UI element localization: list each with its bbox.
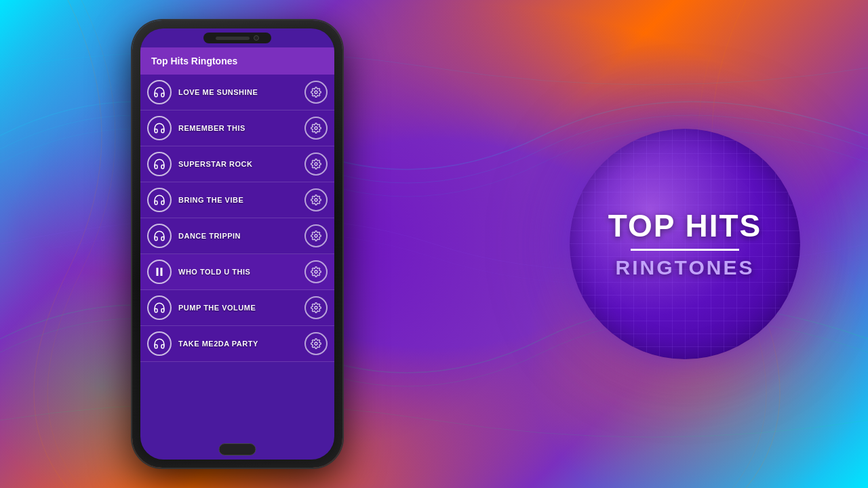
headphone-icon	[147, 224, 172, 248]
list-item[interactable]: PUMP THE VOLUME	[140, 290, 334, 326]
song-title: WHO TOLD U THIS	[178, 268, 304, 276]
svg-point-2	[315, 163, 317, 165]
svg-point-7	[315, 270, 317, 273]
app-header: Top Hits Ringtones	[140, 47, 334, 75]
list-item[interactable]: REMEMBER THIS	[140, 110, 334, 146]
headphone-icon	[147, 80, 172, 104]
svg-point-8	[315, 306, 317, 309]
sphere-title-line2: RINGTONES	[616, 256, 755, 279]
phone: Top Hits Ringtones LOVE ME SUNSHINE	[132, 20, 342, 468]
song-title: PUMP THE VOLUME	[178, 304, 304, 312]
svg-point-1	[315, 127, 317, 129]
sphere-title-line1: TOP HITS	[608, 209, 762, 243]
settings-icon[interactable]	[304, 81, 328, 104]
headphone-icon	[147, 331, 172, 356]
phone-camera	[254, 35, 259, 41]
top-hits-sphere-container: TOP HITS RINGTONES	[570, 129, 800, 359]
phone-body: Top Hits Ringtones LOVE ME SUNSHINE	[132, 20, 342, 468]
list-item[interactable]: LOVE ME SUNSHINE	[140, 75, 334, 110]
svg-point-9	[315, 342, 317, 345]
svg-rect-5	[157, 268, 159, 276]
top-hits-sphere: TOP HITS RINGTONES	[570, 129, 800, 359]
phone-speaker	[216, 37, 250, 40]
svg-point-3	[315, 199, 317, 201]
pause-icon	[147, 260, 172, 284]
list-item[interactable]: SUPERSTAR ROCK	[140, 146, 334, 182]
headphone-icon	[147, 188, 172, 212]
headphone-icon	[147, 116, 172, 140]
settings-icon[interactable]	[304, 296, 328, 319]
settings-icon[interactable]	[304, 117, 328, 140]
settings-icon[interactable]	[304, 152, 328, 176]
song-title: SUPERSTAR ROCK	[178, 160, 304, 168]
svg-point-4	[315, 235, 317, 237]
sphere-divider	[631, 249, 739, 251]
headphone-icon	[147, 296, 172, 320]
list-item[interactable]: TAKE ME2DA PARTY	[140, 326, 334, 362]
settings-icon[interactable]	[304, 332, 328, 355]
headphone-icon	[147, 152, 172, 176]
phone-screen: Top Hits Ringtones LOVE ME SUNSHINE	[140, 28, 334, 460]
settings-icon[interactable]	[304, 224, 328, 247]
list-item[interactable]: WHO TOLD U THIS	[140, 254, 334, 290]
settings-icon[interactable]	[304, 188, 328, 211]
song-title: DANCE TRIPPIN	[178, 232, 304, 240]
song-title: TAKE ME2DA PARTY	[178, 340, 304, 348]
list-item[interactable]: BRING THE VIBE	[140, 182, 334, 218]
app-title: Top Hits Ringtones	[151, 56, 237, 66]
song-title: REMEMBER THIS	[178, 124, 304, 132]
song-title: LOVE ME SUNSHINE	[178, 88, 304, 96]
svg-rect-6	[161, 268, 163, 276]
svg-point-0	[315, 91, 317, 94]
song-list: LOVE ME SUNSHINE	[140, 75, 334, 362]
song-title: BRING THE VIBE	[178, 196, 304, 204]
phone-camera-area	[203, 33, 271, 43]
settings-icon[interactable]	[304, 260, 328, 283]
home-button[interactable]	[219, 443, 256, 455]
list-item[interactable]: DANCE TRIPPIN	[140, 218, 334, 254]
